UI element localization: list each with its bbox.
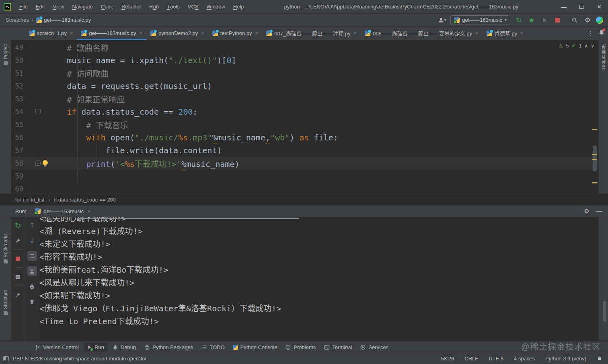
arrow-up-icon[interactable]: ↑ xyxy=(27,220,37,230)
menu-code[interactable]: Code xyxy=(97,0,117,14)
editor-tab[interactable]: 007_尚硅谷——爬虫——注释.py× xyxy=(262,27,361,40)
code-line[interactable]: 55# 下载音乐 xyxy=(11,118,598,131)
breadcrumb-file[interactable]: get——163music.py xyxy=(36,17,91,23)
editor-tab[interactable]: scratch_1.py× xyxy=(25,27,77,40)
tool-window-toggle-icon[interactable] xyxy=(3,356,9,361)
prev-problem-icon[interactable]: ∧ xyxy=(584,43,588,49)
code-line[interactable]: 51# 访问歌曲 xyxy=(11,67,598,80)
code-line[interactable]: 60 xyxy=(11,183,598,193)
ide-promo-sphere-icon[interactable] xyxy=(596,16,603,24)
code-line[interactable]: 50music_name = i.xpath("./text()")[0] xyxy=(11,54,598,67)
printer-icon[interactable] xyxy=(27,282,37,291)
menu-navigate[interactable]: Navigate xyxy=(68,0,97,14)
intention-bulb-icon[interactable] xyxy=(43,160,48,165)
code-line[interactable]: 58−print('<%s下载成功!>'%music_name) xyxy=(11,157,598,170)
menu-vcs[interactable]: VCS xyxy=(184,0,203,14)
close-icon[interactable]: × xyxy=(87,208,90,214)
code-line[interactable]: 52data = requests.get(music_url) xyxy=(11,80,598,93)
tool-window-button-problems[interactable]: Problems xyxy=(282,343,319,352)
tool-stripe-bookmarks[interactable]: Bookmarks xyxy=(0,233,11,263)
close-button[interactable]: ✕ xyxy=(590,0,608,14)
menu-tools[interactable]: Tools xyxy=(163,0,184,14)
tab-close-icon[interactable]: × xyxy=(139,30,142,36)
fold-collapse-icon[interactable]: − xyxy=(35,160,41,166)
menu-run[interactable]: Run xyxy=(145,0,163,14)
user-account-icon[interactable]: ▾ xyxy=(438,16,446,25)
tab-close-icon[interactable]: × xyxy=(70,30,73,36)
settings-gear-icon[interactable]: ⚙ xyxy=(583,16,592,25)
tab-close-icon[interactable]: × xyxy=(520,30,524,36)
tab-close-icon[interactable]: × xyxy=(255,30,259,36)
tool-window-button-version-control[interactable]: Version Control xyxy=(31,343,82,352)
indent-setting[interactable]: 4 spaces xyxy=(514,356,535,362)
inspections-widget[interactable]: ⚠ 5 ✔ 1 ∧ ∨ xyxy=(558,43,594,49)
fold-collapse-icon[interactable]: − xyxy=(35,109,41,114)
tool-window-button-terminal[interactable]: Terminal xyxy=(320,343,355,352)
editor-tab[interactable]: get——163music.py× xyxy=(77,27,146,40)
editor-tab[interactable]: 008——尚硅谷——爬虫——变量的定义.py× xyxy=(361,27,483,40)
console-horizontal-scrollbar[interactable] xyxy=(77,218,299,219)
lock-icon[interactable] xyxy=(597,355,602,362)
code-line[interactable]: 53# 如果正常响应 xyxy=(11,93,598,105)
next-problem-icon[interactable]: ∨ xyxy=(591,43,594,49)
menu-edit[interactable]: Edit xyxy=(32,0,49,14)
tool-stripe-notifications[interactable]: Notifications xyxy=(599,43,608,70)
search-everywhere-icon[interactable] xyxy=(570,16,579,25)
tool-window-button-debug[interactable]: Debug xyxy=(109,343,139,352)
file-encoding[interactable]: UTF-8 xyxy=(489,356,503,362)
breadcrumb-root[interactable]: Scratches xyxy=(6,17,29,23)
code-line[interactable]: 54−if data.status_code == 200: xyxy=(11,105,598,118)
caret-position[interactable]: 58:26 xyxy=(441,356,454,362)
code-line[interactable]: 57file.write(data.content) xyxy=(11,144,598,157)
stop-button[interactable] xyxy=(553,16,562,25)
arrow-down-icon[interactable]: ↓ xyxy=(27,236,37,245)
wrench-icon[interactable] xyxy=(13,236,23,245)
run-button[interactable]: ↻ xyxy=(514,16,523,25)
editor-tab[interactable]: 肯德基.py× xyxy=(483,27,528,40)
tool-window-button-todo[interactable]: TODO xyxy=(198,343,228,352)
menu-file[interactable]: File xyxy=(15,0,32,14)
scrollend-icon[interactable] xyxy=(27,266,37,276)
code-line[interactable]: 59 xyxy=(11,170,598,183)
run-configuration-selector[interactable]: get——163music ▾ xyxy=(450,15,510,25)
layout-icon[interactable] xyxy=(13,272,23,282)
tab-close-icon[interactable]: × xyxy=(353,30,357,36)
tab-close-icon[interactable]: × xyxy=(201,30,204,36)
code-breadcrumb-item[interactable]: if data.status_code == 200 xyxy=(54,197,116,203)
tool-window-button-services[interactable]: Services xyxy=(357,343,392,352)
hide-panel-icon[interactable]: — xyxy=(596,208,602,215)
code-line[interactable]: 56with open("./music/%s.mp3"%music_name,… xyxy=(11,131,598,144)
pin-icon[interactable] xyxy=(13,290,23,300)
wrap-icon[interactable] xyxy=(27,251,37,261)
coverage-button[interactable] xyxy=(540,16,549,25)
status-message[interactable]: PEP 8: E228 missing whitespace around mo… xyxy=(13,356,147,362)
tool-window-button-run[interactable]: Run xyxy=(84,343,107,352)
console-output[interactable]: <遗失的心跳下载成功!><溯 (Reverse)下载成功!><未定义下载成功!>… xyxy=(39,217,598,341)
tool-stripe-structure[interactable]: Structure xyxy=(0,290,11,315)
debug-button[interactable] xyxy=(527,16,536,25)
tool-window-button-python-packages[interactable]: Python Packages xyxy=(141,343,196,352)
menu-help[interactable]: Help xyxy=(229,0,248,14)
code-editor[interactable]: 49# 歌曲名称50music_name = i.xpath("./text()… xyxy=(11,40,598,193)
console-scrollbar[interactable] xyxy=(603,301,606,322)
notifications-bell-icon[interactable] xyxy=(598,29,605,37)
run-settings-gear-icon[interactable]: ⚙ xyxy=(584,208,590,215)
interpreter[interactable]: Python 3.9 (venv) xyxy=(545,356,586,362)
editor-scrollbar[interactable] xyxy=(591,40,598,193)
rerun-icon[interactable]: ↻ xyxy=(13,220,23,230)
trash-icon[interactable] xyxy=(27,297,37,306)
tab-close-icon[interactable]: × xyxy=(475,30,479,36)
stop-icon[interactable] xyxy=(13,254,23,263)
run-panel-tab[interactable]: get——163music × xyxy=(35,208,90,214)
code-line[interactable]: 49# 歌曲名称 xyxy=(11,41,598,54)
minimize-button[interactable]: — xyxy=(555,0,573,14)
code-breadcrumb-item[interactable]: for i in id_list xyxy=(15,197,44,203)
tool-stripe-project[interactable]: Project xyxy=(0,44,11,65)
tab-overflow-icon[interactable]: ⋮ xyxy=(587,30,594,37)
editor-tab[interactable]: testPython.py× xyxy=(208,27,262,40)
menu-window[interactable]: Window xyxy=(203,0,229,14)
maximize-button[interactable] xyxy=(573,0,590,14)
line-ending[interactable]: CRLF xyxy=(464,356,478,362)
tool-window-button-python-console[interactable]: Python Console xyxy=(230,343,281,352)
menu-refactor[interactable]: Refactor xyxy=(117,0,145,14)
